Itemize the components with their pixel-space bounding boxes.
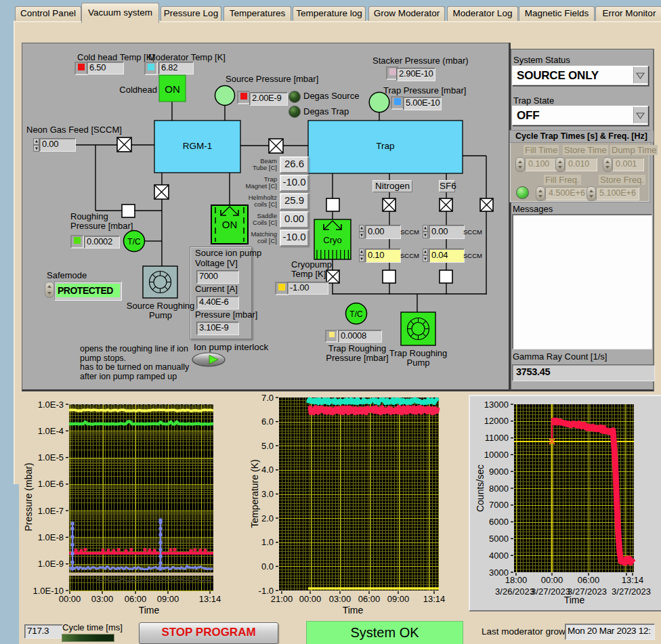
svg-text:03:00: 03:00 <box>329 594 351 604</box>
svg-text:3/26/2023: 3/26/2023 <box>495 586 534 597</box>
svg-text:8000: 8000 <box>489 484 509 494</box>
svg-text:1.0E-6: 1.0E-6 <box>38 479 64 489</box>
svg-text:13:14: 13:14 <box>622 575 644 585</box>
svg-text:1.0: 1.0 <box>261 537 274 547</box>
svg-text:Time: Time <box>139 605 160 616</box>
svg-text:Temperature (K): Temperature (K) <box>249 459 260 528</box>
svg-text:1.0E-4: 1.0E-4 <box>38 426 64 436</box>
svg-text:06:00: 06:00 <box>578 575 600 585</box>
svg-text:12000: 12000 <box>484 416 509 426</box>
svg-text:5.0: 5.0 <box>261 441 274 451</box>
svg-text:1.0E-7: 1.0E-7 <box>38 506 64 516</box>
svg-text:00:00: 00:00 <box>541 575 563 585</box>
svg-text:5000: 5000 <box>489 534 509 544</box>
svg-text:0.0: 0.0 <box>261 561 274 572</box>
svg-text:3.0: 3.0 <box>261 489 274 499</box>
svg-text:1.0E-8: 1.0E-8 <box>38 532 64 542</box>
svg-text:7000: 7000 <box>489 500 509 510</box>
svg-text:13000: 13000 <box>484 400 509 410</box>
svg-text:03:00: 03:00 <box>91 594 114 604</box>
svg-text:9000: 9000 <box>489 467 509 477</box>
svg-text:13:14: 13:14 <box>199 594 221 604</box>
svg-text:09:00: 09:00 <box>157 594 179 604</box>
svg-text:Pressure (mbar): Pressure (mbar) <box>23 463 34 531</box>
svg-text:1.0E-9: 1.0E-9 <box>38 559 64 569</box>
svg-text:10000: 10000 <box>484 450 509 460</box>
svg-text:00:00: 00:00 <box>59 594 81 604</box>
svg-text:18:00: 18:00 <box>505 575 528 585</box>
svg-text:Time: Time <box>564 595 585 605</box>
svg-text:3/27/2023: 3/27/2023 <box>612 586 651 597</box>
svg-text:6000: 6000 <box>489 517 509 527</box>
svg-text:11000: 11000 <box>485 433 509 443</box>
svg-text:21:00: 21:00 <box>271 594 293 604</box>
svg-text:7.0: 7.0 <box>261 393 274 403</box>
svg-text:Counts/sec: Counts/sec <box>475 465 486 512</box>
svg-text:06:00: 06:00 <box>358 594 381 604</box>
svg-text:00:00: 00:00 <box>299 594 322 604</box>
svg-text:4000: 4000 <box>489 551 509 561</box>
svg-text:Time: Time <box>343 605 364 616</box>
svg-text:2.0: 2.0 <box>261 513 274 523</box>
svg-text:13:14: 13:14 <box>423 594 446 604</box>
svg-text:1.0E-5: 1.0E-5 <box>38 452 64 463</box>
svg-text:1.0E-3: 1.0E-3 <box>38 400 64 410</box>
svg-text:06:00: 06:00 <box>125 594 147 604</box>
svg-text:09:00: 09:00 <box>387 594 410 604</box>
svg-text:4.0: 4.0 <box>261 465 274 475</box>
svg-text:6.0: 6.0 <box>261 416 274 427</box>
